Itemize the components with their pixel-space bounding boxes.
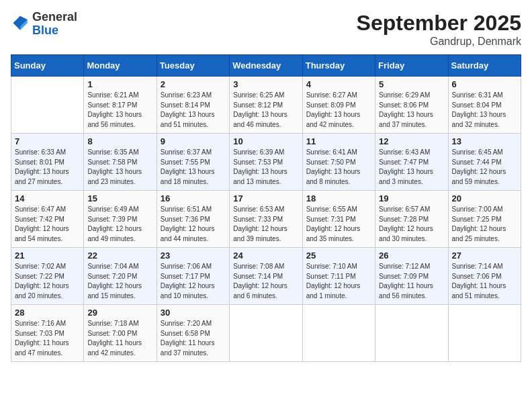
logo: General Blue — [11, 11, 77, 38]
day-info: Sunrise: 6:37 AM Sunset: 7:55 PM Dayligh… — [161, 148, 226, 187]
weekday-header-wednesday: Wednesday — [230, 55, 302, 77]
day-info: Sunrise: 6:41 AM Sunset: 7:50 PM Dayligh… — [306, 148, 371, 187]
day-info: Sunrise: 6:45 AM Sunset: 7:44 PM Dayligh… — [452, 148, 517, 187]
day-number: 13 — [452, 136, 517, 146]
calendar-cell: 25Sunrise: 7:10 AM Sunset: 7:11 PM Dayli… — [302, 248, 375, 305]
day-info: Sunrise: 6:53 AM Sunset: 7:33 PM Dayligh… — [233, 205, 298, 244]
weekday-header-friday: Friday — [375, 55, 448, 77]
day-number: 18 — [306, 193, 371, 203]
day-number: 9 — [161, 136, 226, 146]
calendar-cell: 21Sunrise: 7:02 AM Sunset: 7:22 PM Dayli… — [11, 248, 84, 305]
day-number: 14 — [15, 193, 80, 203]
calendar-cell: 27Sunrise: 7:14 AM Sunset: 7:06 PM Dayli… — [448, 248, 521, 305]
calendar-cell: 23Sunrise: 7:06 AM Sunset: 7:17 PM Dayli… — [157, 248, 229, 305]
day-number: 15 — [87, 193, 152, 203]
calendar-body: 1Sunrise: 6:21 AM Sunset: 8:17 PM Daylig… — [11, 77, 521, 362]
calendar-cell: 13Sunrise: 6:45 AM Sunset: 7:44 PM Dayli… — [448, 134, 521, 191]
day-info: Sunrise: 6:43 AM Sunset: 7:47 PM Dayligh… — [379, 148, 444, 187]
day-info: Sunrise: 7:16 AM Sunset: 7:03 PM Dayligh… — [15, 319, 80, 358]
calendar-cell — [375, 305, 448, 362]
day-info: Sunrise: 6:47 AM Sunset: 7:42 PM Dayligh… — [15, 205, 80, 244]
day-number: 17 — [233, 193, 298, 203]
day-number: 24 — [233, 250, 298, 261]
day-info: Sunrise: 6:23 AM Sunset: 8:14 PM Dayligh… — [161, 91, 226, 130]
day-number: 5 — [379, 79, 444, 89]
day-number: 22 — [87, 250, 152, 261]
calendar-cell: 22Sunrise: 7:04 AM Sunset: 7:20 PM Dayli… — [84, 248, 157, 305]
calendar-cell: 29Sunrise: 7:18 AM Sunset: 7:00 PM Dayli… — [84, 305, 157, 362]
calendar-cell: 5Sunrise: 6:29 AM Sunset: 8:06 PM Daylig… — [375, 77, 448, 134]
day-number: 11 — [306, 136, 371, 146]
logo-general-text: General — [32, 11, 77, 24]
calendar-cell: 30Sunrise: 7:20 AM Sunset: 6:58 PM Dayli… — [157, 305, 229, 362]
page-header: General Blue September 2025 Gandrup, Den… — [11, 11, 521, 48]
calendar-week-row: 1Sunrise: 6:21 AM Sunset: 8:17 PM Daylig… — [11, 77, 521, 134]
calendar-cell: 2Sunrise: 6:23 AM Sunset: 8:14 PM Daylig… — [157, 77, 229, 134]
day-number: 21 — [15, 250, 80, 261]
calendar-cell: 12Sunrise: 6:43 AM Sunset: 7:47 PM Dayli… — [375, 134, 448, 191]
weekday-header-monday: Monday — [84, 55, 157, 77]
title-block: September 2025 Gandrup, Denmark — [357, 11, 521, 48]
calendar-cell: 1Sunrise: 6:21 AM Sunset: 8:17 PM Daylig… — [84, 77, 157, 134]
day-number: 23 — [161, 250, 226, 261]
calendar-header: SundayMondayTuesdayWednesdayThursdayFrid… — [11, 55, 521, 77]
day-number: 12 — [379, 136, 444, 146]
weekday-row: SundayMondayTuesdayWednesdayThursdayFrid… — [11, 55, 521, 77]
day-info: Sunrise: 7:18 AM Sunset: 7:00 PM Dayligh… — [87, 319, 152, 358]
calendar-cell: 24Sunrise: 7:08 AM Sunset: 7:14 PM Dayli… — [230, 248, 302, 305]
calendar-cell: 3Sunrise: 6:25 AM Sunset: 8:12 PM Daylig… — [230, 77, 302, 134]
day-info: Sunrise: 6:39 AM Sunset: 7:53 PM Dayligh… — [233, 148, 298, 187]
day-number: 20 — [452, 193, 517, 203]
calendar-cell — [302, 305, 375, 362]
day-number: 7 — [15, 136, 80, 146]
calendar-table: SundayMondayTuesdayWednesdayThursdayFrid… — [11, 54, 521, 362]
calendar-cell: 20Sunrise: 7:00 AM Sunset: 7:25 PM Dayli… — [448, 191, 521, 248]
day-info: Sunrise: 7:06 AM Sunset: 7:17 PM Dayligh… — [161, 262, 226, 301]
calendar-cell — [230, 305, 302, 362]
day-number: 29 — [87, 308, 152, 318]
logo-icon — [11, 15, 30, 34]
day-info: Sunrise: 6:33 AM Sunset: 8:01 PM Dayligh… — [15, 148, 80, 187]
month-title: September 2025 — [357, 11, 521, 36]
calendar-cell: 19Sunrise: 6:57 AM Sunset: 7:28 PM Dayli… — [375, 191, 448, 248]
day-info: Sunrise: 6:31 AM Sunset: 8:04 PM Dayligh… — [452, 91, 517, 130]
day-number: 3 — [233, 79, 298, 89]
day-number: 28 — [15, 308, 80, 318]
weekday-header-thursday: Thursday — [302, 55, 375, 77]
logo-blue-text: Blue — [32, 24, 77, 38]
day-info: Sunrise: 6:35 AM Sunset: 7:58 PM Dayligh… — [87, 148, 152, 187]
day-number: 19 — [379, 193, 444, 203]
day-info: Sunrise: 6:27 AM Sunset: 8:09 PM Dayligh… — [306, 91, 371, 130]
calendar-week-row: 21Sunrise: 7:02 AM Sunset: 7:22 PM Dayli… — [11, 248, 521, 305]
calendar-cell: 10Sunrise: 6:39 AM Sunset: 7:53 PM Dayli… — [230, 134, 302, 191]
day-info: Sunrise: 7:20 AM Sunset: 6:58 PM Dayligh… — [161, 319, 226, 358]
calendar-cell: 16Sunrise: 6:51 AM Sunset: 7:36 PM Dayli… — [157, 191, 229, 248]
calendar-cell: 14Sunrise: 6:47 AM Sunset: 7:42 PM Dayli… — [11, 191, 84, 248]
calendar-cell: 7Sunrise: 6:33 AM Sunset: 8:01 PM Daylig… — [11, 134, 84, 191]
day-info: Sunrise: 7:08 AM Sunset: 7:14 PM Dayligh… — [233, 262, 298, 301]
day-info: Sunrise: 6:49 AM Sunset: 7:39 PM Dayligh… — [87, 205, 152, 244]
day-number: 27 — [452, 250, 517, 261]
day-info: Sunrise: 6:57 AM Sunset: 7:28 PM Dayligh… — [379, 205, 444, 244]
calendar-cell — [448, 305, 521, 362]
day-info: Sunrise: 6:29 AM Sunset: 8:06 PM Dayligh… — [379, 91, 444, 130]
day-info: Sunrise: 7:02 AM Sunset: 7:22 PM Dayligh… — [15, 262, 80, 301]
day-info: Sunrise: 6:51 AM Sunset: 7:36 PM Dayligh… — [161, 205, 226, 244]
calendar-week-row: 14Sunrise: 6:47 AM Sunset: 7:42 PM Dayli… — [11, 191, 521, 248]
day-number: 1 — [87, 79, 152, 89]
weekday-header-tuesday: Tuesday — [157, 55, 229, 77]
day-number: 26 — [379, 250, 444, 261]
calendar-week-row: 7Sunrise: 6:33 AM Sunset: 8:01 PM Daylig… — [11, 134, 521, 191]
weekday-header-saturday: Saturday — [448, 55, 521, 77]
location-title: Gandrup, Denmark — [357, 36, 521, 48]
day-info: Sunrise: 7:12 AM Sunset: 7:09 PM Dayligh… — [379, 262, 444, 301]
calendar-cell: 28Sunrise: 7:16 AM Sunset: 7:03 PM Dayli… — [11, 305, 84, 362]
day-info: Sunrise: 7:04 AM Sunset: 7:20 PM Dayligh… — [87, 262, 152, 301]
weekday-header-sunday: Sunday — [11, 55, 84, 77]
calendar-cell — [11, 77, 84, 134]
day-number: 10 — [233, 136, 298, 146]
day-info: Sunrise: 7:14 AM Sunset: 7:06 PM Dayligh… — [452, 262, 517, 301]
day-number: 25 — [306, 250, 371, 261]
calendar-cell: 6Sunrise: 6:31 AM Sunset: 8:04 PM Daylig… — [448, 77, 521, 134]
day-info: Sunrise: 7:00 AM Sunset: 7:25 PM Dayligh… — [452, 205, 517, 244]
